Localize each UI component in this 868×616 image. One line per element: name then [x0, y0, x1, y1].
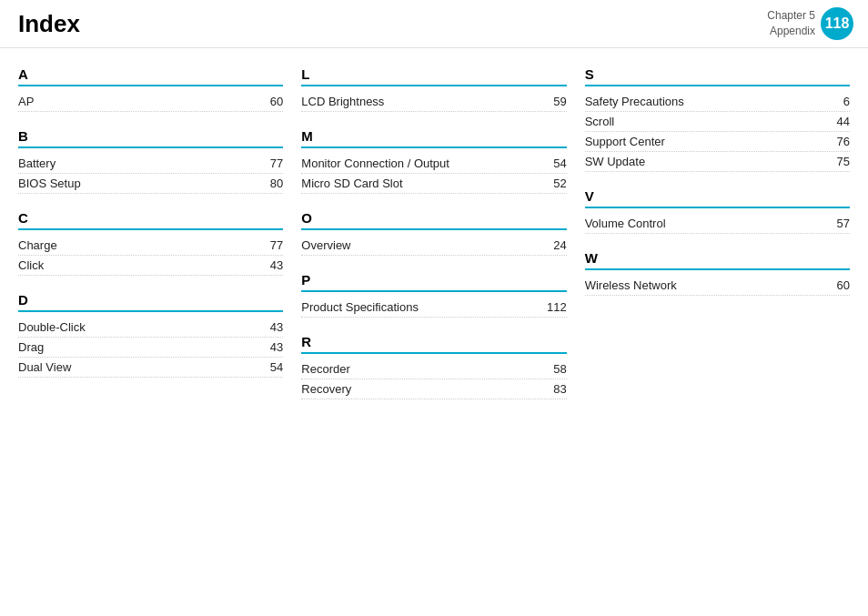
- entry-term: Double-Click: [18, 320, 86, 334]
- entry-page: 76: [823, 135, 850, 148]
- index-entry: Wireless Network60: [585, 276, 850, 296]
- entry-term: Charge: [18, 238, 57, 252]
- index-entry: Drag43: [18, 338, 283, 358]
- index-entry: Charge77: [18, 236, 283, 256]
- page-number-badge: 118: [821, 7, 853, 40]
- entry-page: 24: [540, 238, 567, 252]
- entry-page: 77: [256, 238, 283, 252]
- index-entry: Battery77: [18, 154, 283, 174]
- entry-page: 83: [540, 382, 567, 396]
- index-entry: Double-Click43: [18, 318, 283, 338]
- section-R: RRecorder58Recovery83: [301, 334, 566, 399]
- index-entry: LCD Brightness59: [301, 92, 566, 112]
- entry-page: 60: [256, 95, 283, 108]
- section-letter-A: A: [18, 66, 283, 86]
- entry-page: 58: [540, 362, 567, 376]
- section-M: MMonitor Connection / Output54Micro SD C…: [301, 128, 566, 194]
- entry-term: SW Update: [585, 155, 645, 168]
- entry-page: 77: [256, 157, 283, 170]
- section-letter-P: P: [301, 272, 566, 292]
- chapter-line1: Chapter 5: [767, 9, 815, 22]
- entry-term: Safety Precautions: [585, 95, 684, 108]
- chapter-badge: Chapter 5 Appendix 118: [767, 7, 853, 40]
- section-D: DDouble-Click43Drag43Dual View54: [18, 292, 283, 378]
- entry-term: Wireless Network: [585, 278, 677, 292]
- entry-page: 60: [823, 278, 850, 292]
- entry-page: 6: [823, 95, 850, 108]
- entry-term: Click: [18, 258, 44, 272]
- page-header: Index Chapter 5 Appendix 118: [0, 0, 868, 48]
- index-entry: Product Specifications112: [301, 298, 566, 318]
- index-entry: Support Center76: [585, 132, 850, 152]
- column-2: SSafety Precautions6Scroll44Support Cent…: [585, 66, 850, 416]
- section-letter-S: S: [585, 66, 850, 86]
- section-P: PProduct Specifications112: [301, 272, 566, 318]
- entry-page: 52: [540, 177, 567, 190]
- section-letter-R: R: [301, 334, 566, 354]
- entry-term: Volume Control: [585, 217, 666, 230]
- section-C: CCharge77Click43: [18, 210, 283, 276]
- index-entry: Recorder58: [301, 359, 566, 379]
- entry-term: Scroll: [585, 115, 615, 128]
- entry-term: Dual View: [18, 360, 71, 374]
- section-A: AAP60: [18, 66, 283, 112]
- section-letter-C: C: [18, 210, 283, 230]
- section-letter-V: V: [585, 188, 850, 208]
- entry-page: 43: [256, 320, 283, 334]
- entry-page: 43: [256, 340, 283, 354]
- section-O: OOverview24: [301, 210, 566, 256]
- index-entry: SW Update75: [585, 152, 850, 172]
- entry-term: AP: [18, 95, 34, 108]
- entry-page: 54: [540, 157, 567, 170]
- section-W: WWireless Network60: [585, 250, 850, 296]
- index-entry: Recovery83: [301, 379, 566, 399]
- column-1: LLCD Brightness59MMonitor Connection / O…: [301, 66, 584, 416]
- page-title: Index: [18, 10, 80, 38]
- entry-page: 75: [823, 155, 850, 168]
- chapter-text: Chapter 5 Appendix: [767, 8, 815, 39]
- index-entry: Scroll44: [585, 112, 850, 132]
- section-S: SSafety Precautions6Scroll44Support Cent…: [585, 66, 850, 172]
- index-content: AAP60BBattery77BIOS Setup80CCharge77Clic…: [0, 48, 868, 425]
- section-letter-B: B: [18, 128, 283, 148]
- entry-term: Overview: [301, 238, 350, 252]
- section-letter-W: W: [585, 250, 850, 270]
- entry-page: 112: [540, 300, 567, 314]
- section-letter-O: O: [301, 210, 566, 230]
- index-entry: Click43: [18, 256, 283, 276]
- index-entry: BIOS Setup80: [18, 174, 283, 194]
- section-V: VVolume Control57: [585, 188, 850, 234]
- entry-page: 59: [540, 95, 567, 108]
- entry-page: 80: [256, 177, 283, 190]
- index-entry: Volume Control57: [585, 214, 850, 234]
- section-L: LLCD Brightness59: [301, 66, 566, 112]
- section-B: BBattery77BIOS Setup80: [18, 128, 283, 194]
- entry-term: Monitor Connection / Output: [301, 157, 449, 170]
- entry-term: BIOS Setup: [18, 177, 81, 190]
- entry-term: Battery: [18, 157, 56, 170]
- entry-term: Drag: [18, 340, 44, 354]
- entry-page: 44: [823, 115, 850, 128]
- section-letter-D: D: [18, 292, 283, 312]
- entry-page: 57: [823, 217, 850, 230]
- index-entry: Overview24: [301, 236, 566, 256]
- section-letter-L: L: [301, 66, 566, 86]
- chapter-line2: Appendix: [770, 25, 815, 37]
- entry-term: Support Center: [585, 135, 665, 148]
- entry-term: Recorder: [301, 362, 349, 376]
- index-entry: Safety Precautions6: [585, 92, 850, 112]
- entry-term: LCD Brightness: [301, 95, 384, 108]
- index-entry: AP60: [18, 92, 283, 112]
- entry-page: 54: [256, 360, 283, 374]
- entry-term: Micro SD Card Slot: [301, 177, 402, 190]
- entry-term: Product Specifications: [301, 300, 419, 314]
- index-entry: Micro SD Card Slot52: [301, 174, 566, 194]
- index-entry: Dual View54: [18, 358, 283, 378]
- column-0: AAP60BBattery77BIOS Setup80CCharge77Clic…: [18, 66, 301, 416]
- entry-term: Recovery: [301, 382, 351, 396]
- index-entry: Monitor Connection / Output54: [301, 154, 566, 174]
- section-letter-M: M: [301, 128, 566, 148]
- entry-page: 43: [256, 258, 283, 272]
